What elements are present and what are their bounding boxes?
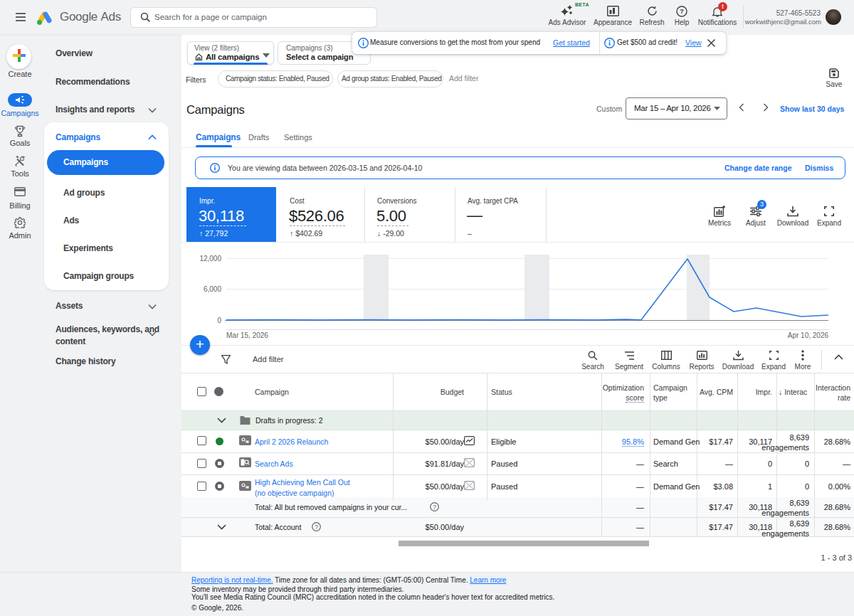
svg-text:?: ? <box>680 7 684 15</box>
